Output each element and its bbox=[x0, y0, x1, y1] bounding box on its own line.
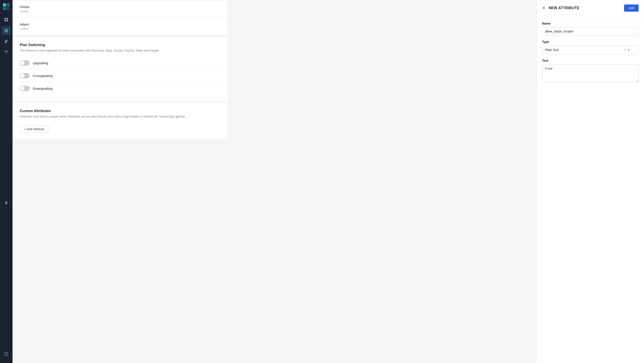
omise-name: Omise bbox=[20, 5, 220, 9]
downgrading-toggle[interactable] bbox=[20, 86, 30, 91]
select-clear-button[interactable]: × bbox=[623, 48, 627, 52]
adyen-status: Linked bbox=[20, 27, 220, 30]
plan-switching-title: Plan Switching bbox=[20, 43, 220, 47]
panel-close-button[interactable]: ✕ bbox=[542, 5, 546, 10]
svg-point-12 bbox=[7, 40, 8, 41]
svg-rect-1 bbox=[6, 3, 10, 6]
close-icon: ✕ bbox=[542, 5, 546, 10]
svg-text:?: ? bbox=[6, 353, 7, 356]
panel-body: Name Type Plain Text × ▾ Text true bbox=[537, 16, 644, 87]
panel-add-button[interactable]: Add bbox=[624, 4, 639, 12]
text-label: Text bbox=[542, 59, 639, 62]
add-attribute-button[interactable]: + Add Attribute bbox=[20, 125, 48, 133]
svg-rect-7 bbox=[6, 20, 8, 21]
svg-rect-8 bbox=[4, 29, 8, 30]
crossgrading-label: Crossgrading bbox=[33, 74, 52, 78]
payment-providers-card: Omise Linked Adyen Linked bbox=[12, 0, 228, 35]
svg-rect-5 bbox=[6, 18, 8, 19]
type-label: Type bbox=[542, 40, 639, 44]
text-field-group: Text true bbox=[542, 59, 639, 82]
downgrading-row: Downgrading bbox=[20, 82, 220, 95]
crossgrading-toggle[interactable] bbox=[20, 73, 30, 78]
downgrading-label: Downgrading bbox=[33, 87, 52, 90]
panel-header-left: ✕ NEW ATTRIBUTE bbox=[542, 5, 579, 10]
svg-rect-0 bbox=[3, 3, 6, 6]
omise-item: Omise Linked bbox=[12, 0, 228, 18]
adyen-name: Adyen bbox=[20, 22, 220, 26]
omise-status: Linked bbox=[20, 10, 220, 13]
sidebar-item-settings[interactable] bbox=[2, 199, 11, 207]
text-textarea[interactable]: true bbox=[542, 64, 639, 82]
select-controls: × ▾ bbox=[623, 48, 630, 52]
new-attribute-panel: ✕ NEW ATTRIBUTE Add Name Type Plain Text… bbox=[536, 0, 644, 363]
main-content: Omise Linked Adyen Linked Plan Switching… bbox=[12, 0, 536, 363]
sidebar-item-help[interactable]: ? bbox=[2, 350, 11, 359]
type-select[interactable]: Plain Text × ▾ bbox=[542, 45, 639, 54]
plan-switching-card: Plan Switching This feature is only supp… bbox=[12, 37, 228, 101]
custom-attributes-desc: Attributes must have a unique name. Attr… bbox=[20, 115, 220, 118]
panel-title: NEW ATTRIBUTE bbox=[548, 6, 579, 10]
upgrading-row: Upgrading bbox=[20, 57, 220, 69]
name-field-group: Name bbox=[542, 22, 639, 35]
panel-header: ✕ NEW ATTRIBUTE Add bbox=[537, 0, 644, 16]
name-input[interactable] bbox=[542, 27, 639, 35]
svg-point-16 bbox=[4, 51, 5, 51]
upgrading-toggle[interactable] bbox=[20, 60, 30, 65]
sidebar-item-layers[interactable] bbox=[2, 26, 11, 35]
app-logo[interactable] bbox=[2, 3, 10, 11]
svg-rect-10 bbox=[4, 31, 8, 32]
svg-rect-2 bbox=[3, 7, 6, 10]
chevron-down-icon: ▾ bbox=[628, 48, 630, 52]
type-select-wrapper: Plain Text × ▾ bbox=[542, 45, 639, 54]
panel-add-label: Add bbox=[628, 6, 634, 10]
plan-switching-desc: This feature is only supported for plans… bbox=[20, 49, 220, 52]
add-attribute-label: + Add Attribute bbox=[24, 127, 44, 131]
sidebar-item-filters[interactable] bbox=[2, 47, 11, 56]
svg-point-11 bbox=[5, 40, 6, 41]
sidebar: ? bbox=[0, 0, 12, 363]
name-label: Name bbox=[542, 22, 639, 25]
sidebar-item-dashboard[interactable] bbox=[2, 15, 11, 24]
type-value: Plain Text bbox=[545, 48, 558, 52]
type-field-group: Type Plain Text × ▾ bbox=[542, 40, 639, 54]
custom-attributes-card: Custom Attributes Attributes must have a… bbox=[12, 103, 228, 139]
upgrading-label: Upgrading bbox=[33, 61, 48, 65]
svg-rect-3 bbox=[6, 7, 10, 10]
adyen-item: Adyen Linked bbox=[12, 18, 228, 35]
svg-rect-6 bbox=[4, 20, 6, 21]
svg-point-17 bbox=[8, 52, 8, 52]
sidebar-item-users[interactable] bbox=[2, 37, 11, 46]
svg-rect-4 bbox=[4, 18, 6, 19]
custom-attributes-title: Custom Attributes bbox=[20, 109, 220, 113]
crossgrading-row: Crossgrading bbox=[20, 69, 220, 82]
svg-rect-9 bbox=[4, 30, 8, 31]
